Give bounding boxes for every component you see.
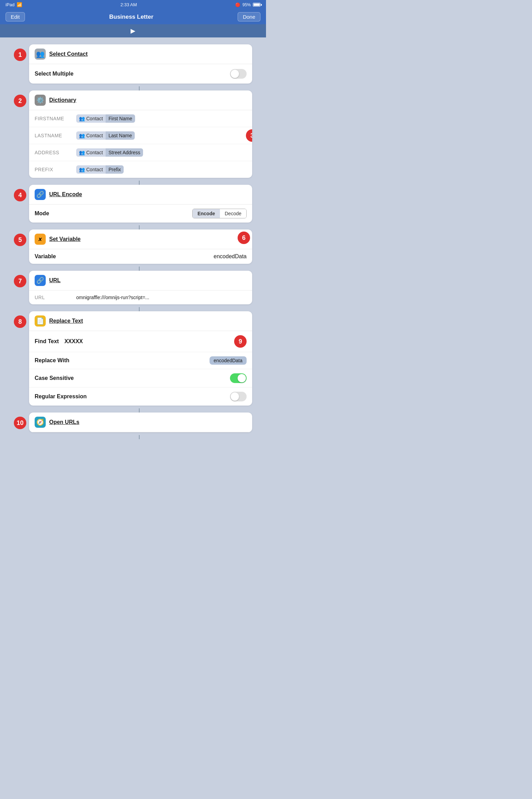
done-button[interactable]: Done <box>238 12 260 21</box>
contact-icon-4: 👥 <box>79 167 85 172</box>
address-row: ADDRESS 👥 Contact Street Address <box>29 144 252 161</box>
prefix-label: PREFIX <box>35 167 76 172</box>
url-encode-icon: 🔗 <box>35 189 46 200</box>
address-label: ADDRESS <box>35 150 76 155</box>
url-value: omnigraffle:///omnijs-run?script=... <box>76 295 149 300</box>
step-1-badge: 1 <box>14 49 26 61</box>
contact-icon-1: 👥 <box>79 116 85 121</box>
step-2-badge: 2 <box>14 95 26 107</box>
url-row: URL omnigraffle:///omnijs-run?script=... <box>29 290 252 304</box>
toolbar: ▶ <box>0 24 266 37</box>
find-text-label: Find Text <box>35 338 59 345</box>
open-urls-icon: 🧭 <box>35 417 46 428</box>
firstname-tag: 👥 Contact First Name <box>76 114 135 123</box>
step-8-card: 📄 Replace Text Find Text XXXXX 9 Replace… <box>29 311 252 406</box>
set-variable-icon: x <box>35 234 46 245</box>
edit-button[interactable]: Edit <box>6 12 25 21</box>
step-9-badge: 9 <box>234 335 247 348</box>
step-8-wrapper: 8 📄 Replace Text Find Text XXXXX 9 Repla… <box>14 311 252 406</box>
lastname-tag-left: 👥 Contact <box>76 131 106 140</box>
prefix-tag-right: Prefix <box>106 165 124 174</box>
find-text-row: Find Text XXXXX 9 <box>29 331 252 352</box>
wifi-icon: 📶 <box>17 2 22 7</box>
contact-icon-3: 👥 <box>79 150 85 155</box>
connector-2-4 <box>139 181 140 185</box>
step-2-wrapper: 2 ⚙️ Dictionary FIRSTNAME 👥 Contact Firs… <box>14 90 252 178</box>
step-5-title: Set Variable <box>49 236 81 242</box>
firstname-tag-right: First Name <box>106 114 135 123</box>
replace-with-label: Replace With <box>35 357 210 364</box>
mode-row: Mode Encode Decode <box>29 205 252 223</box>
status-bar: iPad 📶 2:33 AM 🔴 95% <box>0 0 266 9</box>
replace-text-icon: 📄 <box>35 315 46 327</box>
find-text-value: XXXXX <box>64 338 234 345</box>
step-4-wrapper: 4 🔗 URL Encode Mode Encode Decode <box>14 185 252 223</box>
prefix-tag: 👥 Contact Prefix <box>76 165 124 174</box>
step-6-badge: 6 <box>238 232 250 244</box>
step-2-title: Dictionary <box>49 97 76 103</box>
select-multiple-row: Select Multiple <box>29 64 252 84</box>
case-sensitive-toggle[interactable] <box>230 373 247 383</box>
step-3-badge: 3 <box>246 129 252 142</box>
lastname-row: LASTNAME 👥 Contact Last Name 3 <box>29 127 252 144</box>
step-4-title: URL Encode <box>49 191 82 198</box>
prefix-tag-left: 👥 Contact <box>76 165 106 174</box>
step-7-badge: 7 <box>14 275 26 287</box>
regex-toggle[interactable] <box>230 392 247 401</box>
variable-row: Variable encodedData <box>29 249 252 264</box>
replace-with-value: encodedData <box>210 356 247 365</box>
address-tag-right: Street Address <box>106 148 143 157</box>
step-4-header: 🔗 URL Encode <box>29 185 252 205</box>
step-5-badge: 5 <box>14 234 26 246</box>
bluetooth-icon: 🔴 <box>235 2 240 7</box>
select-multiple-label: Select Multiple <box>35 71 230 77</box>
step-7-title: URL <box>49 277 61 284</box>
connector-bottom <box>139 435 140 439</box>
contact-icon-2: 👥 <box>79 133 85 138</box>
step-1-title: Select Contact <box>49 51 88 57</box>
step-5-wrapper: 5 x Set Variable 6 Variable encodedData <box>14 229 252 264</box>
step-2-card: ⚙️ Dictionary FIRSTNAME 👥 Contact First … <box>29 90 252 178</box>
connector-5-7 <box>139 267 140 271</box>
lastname-tag-right: Last Name <box>106 131 135 140</box>
step-4-badge: 4 <box>14 189 26 201</box>
nav-bar: Edit Business Letter Done <box>0 9 266 24</box>
firstname-row: FIRSTNAME 👥 Contact First Name <box>29 110 252 127</box>
step-8-title: Replace Text <box>49 318 83 324</box>
step-8-header: 📄 Replace Text <box>29 311 252 331</box>
status-right: 🔴 95% <box>235 2 260 7</box>
select-contact-icon: 👥 <box>35 49 46 60</box>
address-tag-left: 👥 Contact <box>76 148 106 157</box>
ipad-label: iPad <box>6 2 15 7</box>
step-5-header: x Set Variable 6 <box>29 229 252 249</box>
replace-with-row: Replace With encodedData <box>29 352 252 369</box>
step-10-badge: 10 <box>14 417 26 429</box>
variable-label: Variable <box>35 253 214 260</box>
battery-icon <box>253 3 260 7</box>
step-2-header: ⚙️ Dictionary <box>29 90 252 110</box>
step-10-header: 🧭 Open URLs <box>29 412 252 432</box>
regex-row: Regular Expression <box>29 388 252 406</box>
encode-button[interactable]: Encode <box>193 209 220 218</box>
step-1-wrapper: 1 👥 Select Contact Select Multiple <box>14 44 252 84</box>
url-label: URL <box>35 295 76 300</box>
connector-4-5 <box>139 225 140 229</box>
lastname-label: LASTNAME <box>35 133 76 138</box>
dictionary-icon: ⚙️ <box>35 95 46 106</box>
play-button[interactable]: ▶ <box>131 27 135 35</box>
status-time: 2:33 AM <box>121 2 137 7</box>
url-icon: 🔗 <box>35 275 46 286</box>
battery-percent: 95% <box>242 2 251 7</box>
step-1-header: 👥 Select Contact <box>29 44 252 64</box>
select-multiple-toggle[interactable] <box>230 69 247 79</box>
firstname-tag-left: 👥 Contact <box>76 114 106 123</box>
mode-label: Mode <box>35 210 192 217</box>
step-10-wrapper: 10 🧭 Open URLs <box>14 412 252 432</box>
lastname-tag: 👥 Contact Last Name <box>76 131 135 140</box>
address-tag: 👥 Contact Street Address <box>76 148 143 157</box>
decode-button[interactable]: Decode <box>220 209 246 218</box>
step-7-header: 🔗 URL <box>29 271 252 290</box>
prefix-row: PREFIX 👥 Contact Prefix <box>29 161 252 178</box>
step-7-wrapper: 7 🔗 URL URL omnigraffle:///omnijs-run?sc… <box>14 271 252 304</box>
encode-decode-segmented: Encode Decode <box>192 209 247 218</box>
